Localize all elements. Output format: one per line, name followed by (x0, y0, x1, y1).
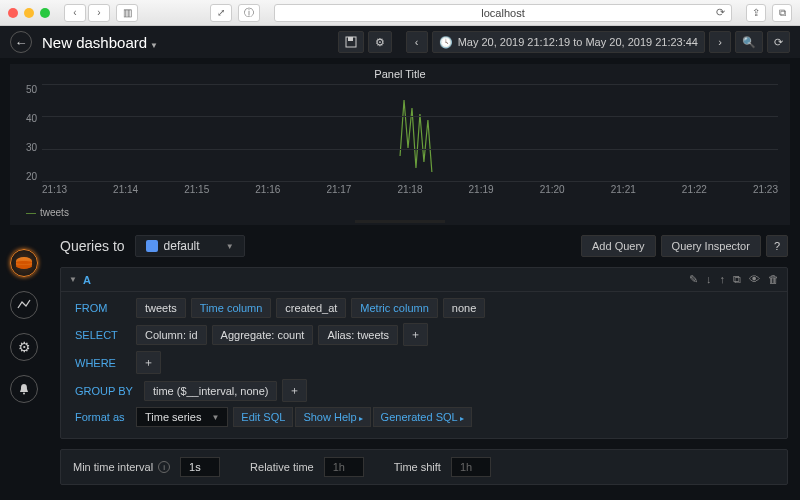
maximize-window[interactable] (40, 8, 50, 18)
chevron-down-icon: ▼ (211, 413, 219, 422)
add-query-button[interactable]: Add Query (581, 235, 656, 257)
metric-column-label: Metric column (351, 298, 437, 318)
time-back-button[interactable]: ‹ (406, 31, 428, 53)
time-range-picker[interactable]: 🕓 May 20, 2019 21:12:19 to May 20, 2019 … (432, 31, 705, 53)
where-row: WHERE ＋ (69, 351, 779, 374)
sidebar-toggle-icon[interactable]: ▥ (116, 4, 138, 22)
datasource-icon (146, 240, 158, 252)
clock-icon: 🕓 (439, 36, 453, 49)
queries-tab[interactable] (10, 249, 38, 277)
window-controls (8, 8, 50, 18)
chevron-down-icon: ▼ (150, 41, 158, 50)
panel-resize-handle[interactable] (355, 220, 445, 223)
chart-area[interactable]: 50 40 30 20 21:1321:1421:1521:1621:1721:… (20, 84, 780, 204)
query-inspector-button[interactable]: Query Inspector (661, 235, 761, 257)
share-icon[interactable]: ⇪ (746, 4, 766, 22)
groupby-row: GROUP BY time ($__interval, none) ＋ (69, 379, 779, 402)
line-series (42, 84, 778, 182)
y-axis: 50 40 30 20 (20, 84, 40, 182)
tabs-icon[interactable]: ⧉ (772, 4, 792, 22)
time-shift-label: Time shift (390, 457, 445, 477)
queries-header: Queries to default ▼ Add Query Query Ins… (60, 235, 788, 257)
queries-to-label: Queries to (60, 238, 125, 254)
minimize-window[interactable] (24, 8, 34, 18)
reader-icon[interactable]: ⤢ (210, 4, 232, 22)
query-header-row: ▼ A ✎ ↓ ↑ ⧉ 👁 🗑 (61, 268, 787, 292)
select-alias[interactable]: Alias: tweets (318, 325, 398, 345)
back-button[interactable]: ← (10, 31, 32, 53)
zoom-out-button[interactable]: 🔍 (735, 31, 763, 53)
browser-chrome: ‹ › ▥ ⤢ ⓘ localhost ⟳ ⇪ ⧉ (0, 0, 800, 26)
time-shift-input[interactable]: 1h (451, 457, 491, 477)
graph-panel: Panel Title 50 40 30 20 21:1321:1421:152… (10, 64, 790, 225)
show-help-button[interactable]: Show Help▸ (295, 407, 370, 427)
help-button[interactable]: ? (766, 235, 788, 257)
save-button[interactable] (338, 31, 364, 53)
groupby-expr[interactable]: time ($__interval, none) (144, 381, 278, 401)
dashboard-title[interactable]: New dashboard▼ (42, 34, 158, 51)
select-aggregate[interactable]: Aggregate: count (212, 325, 314, 345)
svg-point-2 (23, 393, 25, 395)
format-row: Format as Time series ▼ Edit SQL Show He… (69, 407, 779, 427)
datasource-picker[interactable]: default ▼ (135, 235, 245, 257)
min-interval-input[interactable]: 1s (180, 457, 220, 477)
metric-column-value[interactable]: none (443, 298, 485, 318)
general-tab[interactable]: ⚙ (10, 333, 38, 361)
url-bar[interactable]: localhost ⟳ (274, 4, 732, 22)
dashboard-header: ← New dashboard▼ ⚙ ‹ 🕓 May 20, 2019 21:1… (0, 26, 800, 58)
plot-region (42, 84, 778, 182)
select-row: SELECT Column: id Aggregate: count Alias… (69, 323, 779, 346)
relative-time-input[interactable]: 1h (324, 457, 364, 477)
settings-button[interactable]: ⚙ (368, 31, 392, 53)
panel-title: Panel Title (10, 64, 790, 84)
format-as-select[interactable]: Time series ▼ (136, 407, 228, 427)
url-text: localhost (481, 7, 524, 19)
query-options-row: Min time intervali 1s Relative time 1h T… (60, 449, 788, 485)
info-icon[interactable]: i (158, 461, 170, 473)
add-groupby-button[interactable]: ＋ (282, 379, 307, 402)
generated-sql-button[interactable]: Generated SQL▸ (373, 407, 472, 427)
duplicate-icon[interactable]: ⧉ (733, 273, 741, 286)
browser-forward[interactable]: › (88, 4, 110, 22)
alert-tab[interactable] (10, 375, 38, 403)
move-down-icon[interactable]: ↓ (706, 273, 712, 286)
min-interval-label: Min time intervali (69, 457, 174, 477)
move-up-icon[interactable]: ↑ (720, 273, 726, 286)
close-window[interactable] (8, 8, 18, 18)
refresh-button[interactable]: ⟳ (767, 31, 790, 53)
add-where-button[interactable]: ＋ (136, 351, 161, 374)
svg-rect-1 (348, 37, 353, 41)
visualization-tab[interactable] (10, 291, 38, 319)
toggle-visibility-icon[interactable]: 👁 (749, 273, 760, 286)
edit-icon[interactable]: ✎ (689, 273, 698, 286)
time-column-label: Time column (191, 298, 272, 318)
time-forward-button[interactable]: › (709, 31, 731, 53)
query-editor: ▼ A ✎ ↓ ↑ ⧉ 👁 🗑 FROM tweets Time column … (60, 267, 788, 439)
browser-back[interactable]: ‹ (64, 4, 86, 22)
database-icon (16, 257, 32, 269)
chevron-down-icon[interactable]: ▼ (69, 275, 77, 284)
reload-icon[interactable]: ⟳ (716, 6, 725, 19)
add-select-button[interactable]: ＋ (403, 323, 428, 346)
chevron-down-icon: ▼ (226, 242, 234, 251)
time-column-value[interactable]: created_at (276, 298, 346, 318)
from-table[interactable]: tweets (136, 298, 186, 318)
edit-sql-button[interactable]: Edit SQL (233, 407, 293, 427)
site-info-icon[interactable]: ⓘ (238, 4, 260, 22)
x-axis: 21:1321:1421:1521:1621:1721:1821:1921:20… (42, 184, 778, 195)
editor-tabs-rail: ⚙ (0, 235, 48, 485)
from-row: FROM tweets Time column created_at Metri… (69, 298, 779, 318)
select-column[interactable]: Column: id (136, 325, 207, 345)
query-ref-id: A (83, 274, 91, 286)
delete-icon[interactable]: 🗑 (768, 273, 779, 286)
relative-time-label: Relative time (246, 457, 318, 477)
